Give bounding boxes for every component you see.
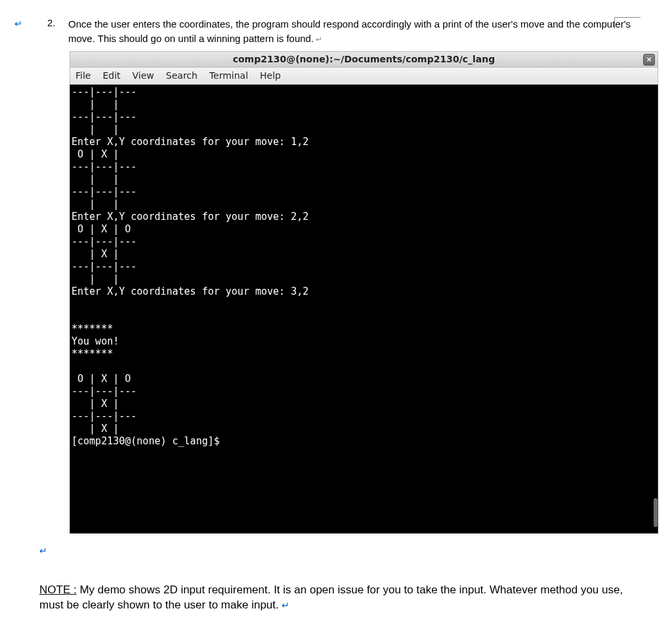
paragraph-mark-icon: ↵ (39, 545, 646, 556)
window-title: comp2130@(none):~/Documents/comp2130/c_l… (233, 54, 495, 64)
menu-view[interactable]: View (133, 70, 154, 81)
note-label: NOTE : (39, 584, 77, 596)
terminal-window: comp2130@(none):~/Documents/comp2130/c_l… (70, 51, 658, 534)
body-text: Once the user enters the coordinates, th… (68, 18, 631, 44)
terminal-output[interactable]: ---|---|--- | | ---|---|--- | | Enter X,… (70, 85, 658, 534)
note-paragraph: NOTE : My demo shows 2D input requiremen… (39, 582, 626, 614)
menu-bar: File Edit View Search Terminal Help (70, 68, 658, 85)
close-button[interactable]: × (643, 54, 655, 66)
list-number: 2. (47, 17, 68, 28)
paragraph-mark-icon: ↵ (14, 18, 22, 29)
menu-edit[interactable]: Edit (102, 70, 120, 81)
list-text: Once the user enters the coordinates, th… (68, 17, 646, 46)
pilcrow-icon: ↵ (314, 35, 322, 44)
menu-search[interactable]: Search (166, 70, 198, 81)
window-title-bar: comp2130@(none):~/Documents/comp2130/c_l… (70, 51, 658, 68)
scrollbar-thumb[interactable] (654, 498, 658, 527)
pilcrow-icon: ↵ (282, 600, 289, 610)
menu-help[interactable]: Help (260, 70, 281, 81)
crop-corner (614, 17, 640, 29)
menu-terminal[interactable]: Terminal (209, 70, 248, 81)
list-item-2: 2. Once the user enters the coordinates,… (47, 17, 646, 46)
menu-file[interactable]: File (75, 70, 91, 81)
note-text: My demo shows 2D input requirement. It i… (39, 584, 623, 612)
